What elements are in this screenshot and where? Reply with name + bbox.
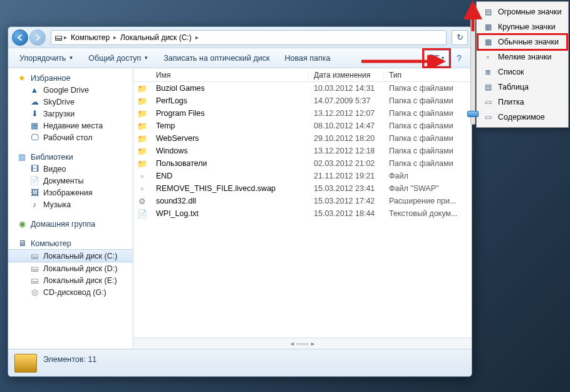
refresh-button[interactable]: ↻ [452,30,468,45]
burn-button[interactable]: Записать на оптический диск [157,51,276,65]
file-date: 10.03.2012 14:31 [309,84,384,93]
view-menu-item[interactable]: ▦ Обычные значки [478,34,567,49]
chevron-right-icon: ▸ [195,34,199,41]
disk-icon: 🖴 [53,33,64,42]
view-slider-track[interactable] [470,4,475,125]
file-row[interactable]: ⚙ sound32.dll 15.03.2012 17:42 Расширени… [133,195,472,207]
view-menu-label: Мелкие значки [498,53,552,61]
change-view-button[interactable]: ▼ [424,50,449,66]
view-menu-label: Список [498,68,524,76]
sidebar: ★ Избранное ▲Google Drive☁SkyDrive⬇Загру… [8,68,133,349]
sidebar-item-label: Видео [43,165,66,173]
file-date: 15.03.2012 18:44 [309,209,384,218]
col-date[interactable]: Дата изменения [309,71,384,80]
sidebar-libraries: ▥ Библиотеки 🎞Видео📄Документы🖼Изображени… [8,151,133,210]
file-type: Папка с файлами [384,134,472,143]
sidebar-homegroup-head[interactable]: ◉ Домашняя группа [8,218,133,230]
sidebar-computer-label: Компьютер [31,239,71,248]
file-name: END [151,172,309,180]
file-type: Текстовый докум... [384,209,472,218]
file-row[interactable]: ▫ END 21.11.2012 19:21 Файл [133,170,472,182]
sidebar-item[interactable]: 📄Документы [8,175,133,187]
chevron-down-icon: ▼ [68,55,73,61]
file-date: 21.11.2012 19:21 [309,172,384,180]
sidebar-item[interactable]: ⬇Загрузки [8,108,133,120]
dll-icon: ⚙ [138,197,146,206]
view-menu-item[interactable]: ▭ Плитка [478,95,567,110]
file-row[interactable]: 📁 PerfLogs 14.07.2009 5:37 Папка с файла… [133,95,472,107]
view-menu-label: Крупные значки [498,23,556,31]
folder-icon: 📁 [137,121,147,131]
help-button[interactable]: ? [452,53,467,63]
folder-icon: 📁 [137,109,147,118]
file-row[interactable]: 📁 Program Files 13.12.2012 12:07 Папка с… [133,107,472,120]
file-row[interactable]: 📄 WPI_Log.txt 15.03.2012 18:44 Текстовый… [133,207,472,220]
view-icon: ▭ [483,98,493,106]
sidebar-item-label: Локальный диск (C:) [43,252,117,260]
sidebar-homegroup-label: Домашняя группа [31,220,95,229]
sidebar-item-label: Документы [43,177,83,185]
horizontal-scrollbar[interactable]: ◄ ═══ ► [133,338,472,349]
txt-icon: 📄 [137,209,147,219]
folder-icon: 📁 [137,147,147,156]
sidebar-item[interactable]: ♪Музыка [8,199,133,210]
view-menu-item[interactable]: ▦ Крупные значки [478,19,567,34]
file-row[interactable]: ▫ REMOVE_THIS_FILE.livecd.swap 15.03.201… [133,182,472,195]
share-label: Общий доступ [88,54,141,63]
sidebar-item-drive[interactable]: ◎CD-дисковод (G:) [8,286,133,298]
sidebar-item[interactable]: ▲Google Drive [8,84,133,96]
sidebar-homegroup: ◉ Домашняя группа [8,218,133,230]
file-type: Файл [384,172,472,180]
sidebar-item[interactable]: ☁SkyDrive [8,96,133,108]
sidebar-favorites-head[interactable]: ★ Избранное [8,72,133,84]
sidebar-item-drive[interactable]: 🖴Локальный диск (C:) [8,249,133,262]
highlight-box [422,48,451,68]
sidebar-item-drive[interactable]: 🖴Локальный диск (D:) [8,262,133,274]
file-type: Папка с файлами [384,147,472,155]
view-menu-item[interactable]: ▤ Таблица [478,80,567,95]
view-icon: ▦ [483,38,493,46]
breadcrumb-drive-c[interactable]: Локальный диск (C:) [117,33,195,42]
status-bar: Элементов: 11 [8,349,472,376]
view-slider-thumb[interactable] [467,111,479,117]
col-name[interactable]: Имя [151,71,309,80]
file-date: 08.10.2012 14:47 [309,121,384,130]
breadcrumb[interactable]: 🖴 ▸ Компьютер ▸ Локальный диск (C:) ▸ [51,30,447,45]
file-icon: ▫ [138,172,146,181]
breadcrumb-computer[interactable]: Компьютер [67,33,113,42]
new-folder-button[interactable]: Новая папка [278,51,336,65]
view-icon: ▫ [483,53,493,61]
column-headers: Имя Дата изменения Тип [133,68,472,82]
view-menu-item[interactable]: ▭ Содержимое [478,110,567,125]
view-menu-item[interactable]: ▫ Мелкие значки [478,49,567,64]
file-type: Папка с файлами [384,109,472,118]
view-menu-item[interactable]: ≣ Список [478,64,567,80]
share-button[interactable]: Общий доступ ▼ [82,51,155,65]
file-name: Windows [151,147,309,155]
organize-button[interactable]: Упорядочить ▼ [13,51,80,65]
file-row[interactable]: 📁 Пользователи 02.03.2012 21:02 Папка с … [133,157,472,170]
file-row[interactable]: 📁 Temp 08.10.2012 14:47 Папка с файлами [133,120,472,132]
nav-back-button[interactable] [12,29,28,46]
sidebar-item[interactable]: 🎞Видео [8,163,133,175]
file-type: Папка с файлами [384,96,472,105]
sidebar-item[interactable]: 🖵Рабочий стол [8,132,133,143]
nav-forward-button[interactable] [29,29,46,46]
sidebar-libraries-head[interactable]: ▥ Библиотеки [8,151,133,163]
docs-icon: 📄 [29,176,39,185]
sidebar-item[interactable]: ▦Недавние места [8,120,133,132]
col-type[interactable]: Тип [384,71,472,80]
file-name: Buziol Games [151,84,309,93]
sidebar-item[interactable]: 🖼Изображения [8,187,133,199]
file-row[interactable]: 📁 WebServers 29.10.2012 18:20 Папка с фа… [133,132,472,145]
file-row[interactable]: 📁 Windows 13.12.2012 12:18 Папка с файла… [133,145,472,157]
file-row[interactable]: 📁 Buziol Games 10.03.2012 14:31 Папка с … [133,82,472,95]
file-name: Temp [151,121,309,130]
view-menu-item[interactable]: ▤ Огромные значки [478,4,567,19]
sidebar-computer-head[interactable]: 🖥 Компьютер [8,237,133,249]
view-icon: ▤ [483,8,493,16]
file-name: REMOVE_THIS_FILE.livecd.swap [151,184,309,193]
sidebar-item-label: Музыка [43,200,71,209]
view-icon: ▭ [483,113,493,121]
sidebar-item-drive[interactable]: 🖴Локальный диск (E:) [8,274,133,286]
